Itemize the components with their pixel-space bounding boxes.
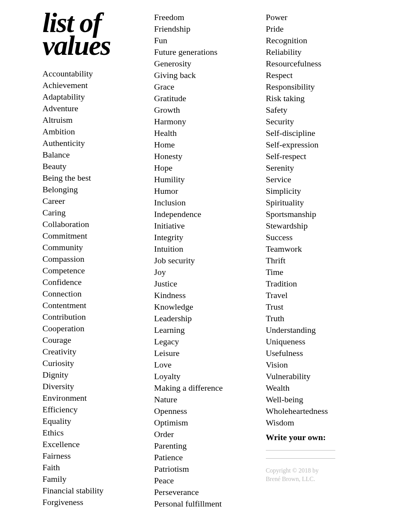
value-item: Nature — [154, 394, 255, 405]
value-item: Serenity — [266, 162, 367, 174]
value-item: Patriotism — [154, 463, 255, 475]
value-item: Caring — [42, 207, 143, 219]
value-item: Health — [154, 127, 255, 139]
value-item: Community — [42, 242, 143, 253]
value-item: Ambition — [42, 126, 143, 137]
value-item: Justice — [154, 278, 255, 290]
value-item: Leadership — [154, 313, 255, 324]
title-line-2: values — [42, 34, 143, 57]
value-item: Safety — [266, 104, 367, 116]
value-item: Grace — [154, 81, 255, 93]
value-item: Self-expression — [266, 139, 367, 151]
value-item: Dignity — [42, 369, 143, 381]
value-item: Vision — [266, 359, 367, 371]
copyright-notice: Copyright © 2018 by Brené Brown, LLC. — [266, 466, 367, 483]
value-item: Equality — [42, 415, 143, 427]
value-item: Risk taking — [266, 93, 367, 104]
value-item: Kindness — [154, 290, 255, 301]
value-item: Parenting — [154, 440, 255, 452]
value-item: Giving back — [154, 69, 255, 81]
value-item: Leisure — [154, 347, 255, 359]
value-item: Independence — [154, 208, 255, 220]
value-item: Commitment — [42, 230, 143, 242]
value-item: Spirituality — [266, 197, 367, 208]
value-item: Contentment — [42, 300, 143, 311]
value-item: Wealth — [266, 382, 367, 394]
value-item: Time — [266, 266, 367, 278]
value-item: Service — [266, 174, 367, 185]
value-item: Compassion — [42, 253, 143, 265]
value-item: Thrift — [266, 255, 367, 266]
value-item: Peace — [154, 475, 255, 486]
value-item: Adventure — [42, 103, 143, 114]
value-item: Vulnerability — [266, 371, 367, 382]
value-item: Personal fulfillment — [154, 498, 255, 510]
write-line-1 — [266, 450, 335, 451]
value-item: Beauty — [42, 161, 143, 172]
value-item: Balance — [42, 149, 143, 161]
value-item: Teamwork — [266, 243, 367, 255]
value-item: Patience — [154, 452, 255, 463]
value-item: Usefulness — [266, 347, 367, 359]
copyright-line-1: Copyright © 2018 by — [266, 466, 367, 475]
value-item: Travel — [266, 290, 367, 301]
value-item: Knowledge — [154, 301, 255, 313]
value-item: Faith — [42, 462, 143, 473]
value-item: Family — [42, 473, 143, 485]
value-item: Recognition — [266, 35, 367, 46]
page: list of values AccountabilityAchievement… — [0, 0, 409, 532]
value-item: Simplicity — [266, 185, 367, 197]
value-item: Financial stability — [42, 485, 143, 496]
value-item: Making a difference — [154, 382, 255, 394]
value-item: Legacy — [154, 336, 255, 347]
value-item: Well-being — [266, 394, 367, 405]
value-item: Generosity — [154, 58, 255, 69]
value-item: Cooperation — [42, 323, 143, 334]
value-item: Job security — [154, 255, 255, 266]
value-item: Adaptability — [42, 91, 143, 103]
value-item: Perseverance — [154, 486, 255, 498]
value-item: Trust — [266, 301, 367, 313]
value-item: Reliability — [266, 46, 367, 58]
write-your-own-section: Write your own: Copyright © 2018 by Bren… — [266, 432, 367, 483]
write-line-2 — [266, 458, 335, 459]
value-item: Responsibility — [266, 81, 367, 93]
value-item: Efficiency — [42, 404, 143, 415]
value-item: Belonging — [42, 184, 143, 195]
value-item: Understanding — [266, 324, 367, 336]
value-item: Home — [154, 139, 255, 151]
value-item: Environment — [42, 392, 143, 404]
value-item: Ethics — [42, 427, 143, 439]
value-item: Self-respect — [266, 151, 367, 162]
value-item: Intuition — [154, 243, 255, 255]
value-item: Self-discipline — [266, 127, 367, 139]
value-item: Order — [154, 429, 255, 440]
value-item: Integrity — [154, 232, 255, 243]
value-item: Freedom — [154, 12, 255, 23]
value-item: Sportsmanship — [266, 208, 367, 220]
value-item: Accountability — [42, 68, 143, 80]
write-your-own-label: Write your own: — [266, 432, 367, 442]
value-item: Humility — [154, 174, 255, 185]
value-item: Pride — [266, 23, 367, 35]
value-item: Power — [266, 12, 367, 23]
value-item: Tradition — [266, 278, 367, 290]
value-item: Loyalty — [154, 371, 255, 382]
value-item: Optimism — [154, 417, 255, 429]
value-item: Love — [154, 359, 255, 371]
page-title: list of values — [42, 12, 143, 57]
value-item: Success — [266, 232, 367, 243]
value-item: Collaboration — [42, 219, 143, 230]
value-item: Uniqueness — [266, 336, 367, 347]
value-item: Connection — [42, 288, 143, 300]
value-item: Initiative — [154, 220, 255, 232]
value-item: Hope — [154, 162, 255, 174]
value-item: Friendship — [154, 23, 255, 35]
value-item: Inclusion — [154, 197, 255, 208]
value-item: Being the best — [42, 172, 143, 184]
value-item: Resourcefulness — [266, 58, 367, 69]
value-item: Learning — [154, 324, 255, 336]
value-item: Forgiveness — [42, 496, 143, 508]
value-item: Honesty — [154, 151, 255, 162]
value-item: Creativity — [42, 346, 143, 357]
